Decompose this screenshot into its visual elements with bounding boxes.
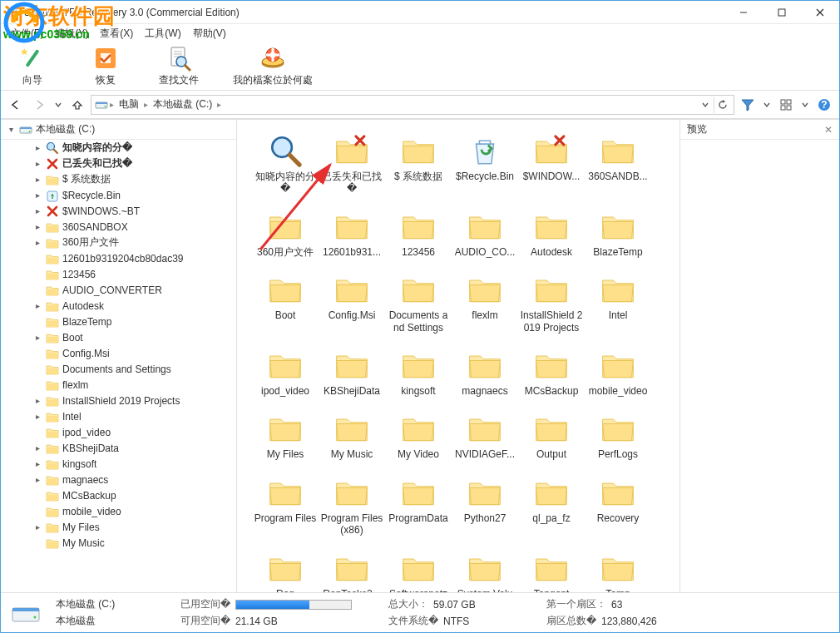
toolbar-findfile[interactable]: 查找文件 xyxy=(154,45,204,87)
grid-item[interactable]: Tangent xyxy=(518,546,585,592)
grid-item[interactable]: 360SANDB... xyxy=(585,128,651,197)
grid-item[interactable]: InstallShield 2019 Projects xyxy=(518,267,585,336)
grid-item[interactable]: Config.Msi xyxy=(319,267,385,336)
menu-help[interactable]: 帮助(V) xyxy=(188,25,231,42)
view-mode-button[interactable] xyxy=(776,95,796,115)
grid-item[interactable]: 360用户文件 xyxy=(252,204,319,260)
menu-edit[interactable]: 编辑(Y) xyxy=(50,25,93,42)
grid-item[interactable]: MCsBackup xyxy=(518,343,585,399)
filter-button[interactable] xyxy=(738,95,758,115)
tree-item[interactable]: ▸$ 系统数据 xyxy=(1,171,236,187)
tree-item[interactable]: ipod_video xyxy=(1,424,236,440)
tree-item[interactable]: ▸My Files xyxy=(1,519,236,535)
tree-item[interactable]: BlazeTemp xyxy=(1,314,236,329)
preview-close-button[interactable]: ✕ xyxy=(824,124,833,136)
nav-back-button[interactable] xyxy=(6,95,26,115)
grid-item[interactable]: ProgramData xyxy=(385,470,452,539)
toolbar-recover[interactable]: 恢复 xyxy=(81,45,131,87)
expand-icon[interactable]: ▸ xyxy=(32,333,42,343)
menu-view[interactable]: 查看(X) xyxy=(95,25,138,42)
view-mode-dropdown[interactable] xyxy=(799,95,811,115)
grid-item[interactable]: $ 系统数据 xyxy=(385,128,452,197)
tree-item[interactable]: Documents and Settings xyxy=(1,361,236,377)
maximize-button[interactable] xyxy=(763,1,801,24)
grid-item[interactable]: 知晓内容的分� xyxy=(252,128,319,197)
expand-icon[interactable] xyxy=(32,538,42,548)
grid-item[interactable]: Recovery xyxy=(585,470,651,539)
nav-forward-button[interactable] xyxy=(29,95,49,115)
expand-icon[interactable]: ▸ xyxy=(32,222,42,232)
breadcrumb-computer[interactable]: 电脑 xyxy=(116,97,142,111)
grid-item[interactable]: Autodesk xyxy=(518,204,585,260)
tree-item[interactable]: ▸InstallShield 2019 Projects xyxy=(1,393,236,408)
expand-icon[interactable]: ▸ xyxy=(32,190,42,200)
minimize-button[interactable] xyxy=(724,1,763,24)
tree-item[interactable]: 123456 xyxy=(1,266,236,282)
grid-item[interactable]: Python27 xyxy=(452,470,518,539)
grid-item[interactable]: My Music xyxy=(319,406,385,462)
expand-icon[interactable]: ▸ xyxy=(32,206,42,216)
address-bar[interactable]: ▸ 电脑 ▸ 本地磁盘 (C:) ▸ xyxy=(91,95,734,115)
grid-item[interactable]: My Files xyxy=(252,406,319,462)
expand-icon[interactable]: ▸ xyxy=(32,238,42,248)
address-dropdown[interactable] xyxy=(697,96,714,113)
tree-item[interactable]: Config.Msi xyxy=(1,345,236,361)
grid-item[interactable]: 123456 xyxy=(385,204,452,260)
tree-item[interactable]: ▸360SANDBOX xyxy=(1,219,236,235)
tree-item[interactable]: ▸360用户文件 xyxy=(1,235,236,250)
expand-icon[interactable] xyxy=(32,285,42,295)
tree-item[interactable]: ▸Intel xyxy=(1,408,236,424)
grid-item[interactable]: Boot xyxy=(252,267,319,336)
expand-icon[interactable]: ▸ xyxy=(32,459,42,469)
tree-item[interactable]: ▸KBShejiData xyxy=(1,440,236,456)
menu-file[interactable]: 文件(F) xyxy=(6,25,48,42)
grid-item[interactable]: System Volume In... xyxy=(452,546,518,592)
grid-item[interactable]: RepTasks2... xyxy=(319,546,385,592)
filter-dropdown[interactable] xyxy=(761,95,773,115)
expand-icon[interactable] xyxy=(32,491,42,501)
grid-item[interactable]: Program Files (x86) xyxy=(319,470,385,539)
tree-item[interactable]: flexlm xyxy=(1,377,236,393)
grid-item[interactable]: 12601b931... xyxy=(319,204,385,260)
grid-item[interactable]: PerfLogs xyxy=(585,406,651,462)
nav-history-dropdown[interactable] xyxy=(52,95,64,115)
toolbar-wherefiles[interactable]: 我的檔案位於何處 xyxy=(227,45,319,87)
grid-item[interactable]: KBShejiData xyxy=(319,343,385,399)
tree-item[interactable]: ▸Autodesk xyxy=(1,298,236,314)
menu-tools[interactable]: 工具(W) xyxy=(140,25,185,42)
grid-item[interactable]: Intel xyxy=(585,267,651,336)
expand-icon[interactable]: ▸ xyxy=(32,301,42,311)
expand-icon[interactable]: ▸ xyxy=(32,396,42,406)
expand-icon[interactable] xyxy=(32,380,42,390)
grid-item[interactable]: 已丢失和已找� xyxy=(319,128,385,197)
grid-item[interactable]: Documents and Settings xyxy=(385,267,452,336)
tree-item[interactable]: ▸$Recycle.Bin xyxy=(1,187,236,203)
tree-item[interactable]: MCsBackup xyxy=(1,487,236,503)
tree-item[interactable]: ▸$WINDOWS.~BT xyxy=(1,203,236,219)
expand-icon[interactable]: ▸ xyxy=(32,475,42,485)
grid-item[interactable]: AUDIO_CO... xyxy=(452,204,518,260)
tree-item[interactable]: My Music xyxy=(1,535,236,551)
help-button[interactable]: ? xyxy=(814,95,834,115)
expand-icon[interactable] xyxy=(32,349,42,359)
expand-icon[interactable]: ▸ xyxy=(32,175,42,185)
breadcrumb-localdisk[interactable]: 本地磁盘 (C:) xyxy=(150,97,215,111)
grid-item[interactable]: kingsoft xyxy=(385,343,452,399)
expand-icon[interactable] xyxy=(32,254,42,264)
expand-icon[interactable] xyxy=(32,507,42,517)
tree-item[interactable]: ▸Boot xyxy=(1,329,236,345)
tree-item[interactable]: ▸已丢失和已找� xyxy=(1,156,236,171)
expand-icon[interactable] xyxy=(32,270,42,279)
tree-item[interactable]: mobile_video xyxy=(1,503,236,519)
expand-icon[interactable]: ▸ xyxy=(32,412,42,422)
expand-icon[interactable]: ▸ xyxy=(32,143,42,153)
grid-item[interactable]: Output xyxy=(518,406,585,462)
expand-icon[interactable] xyxy=(32,428,42,438)
collapse-icon[interactable]: ▾ xyxy=(6,125,16,135)
grid-item[interactable]: Program Files xyxy=(252,470,319,539)
tree-item[interactable]: ▸知晓内容的分� xyxy=(1,140,236,156)
expand-icon[interactable] xyxy=(32,317,42,327)
tree-item[interactable]: AUDIO_CONVERTER xyxy=(1,282,236,298)
grid-item[interactable]: My Video xyxy=(385,406,452,462)
grid-item[interactable]: flexlm xyxy=(452,267,518,336)
